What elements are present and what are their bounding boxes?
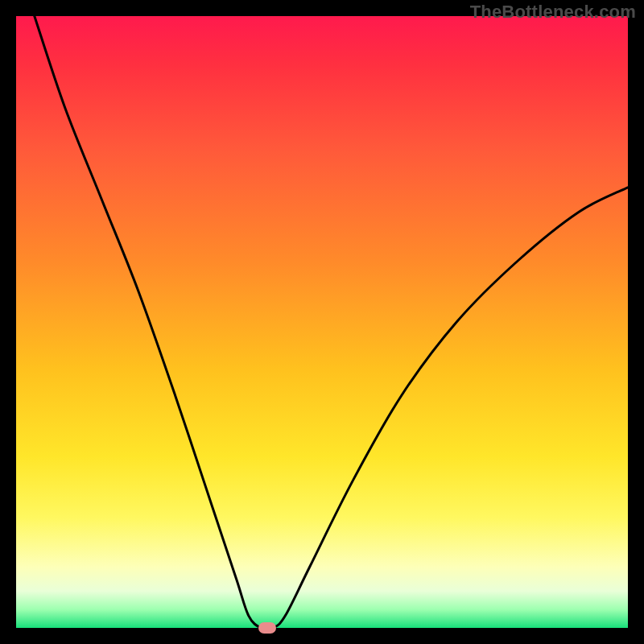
bottleneck-curve xyxy=(16,16,628,628)
curve-path xyxy=(35,16,628,628)
watermark-text: TheBottleneck.com xyxy=(470,2,636,23)
min-marker xyxy=(258,622,276,634)
chart-frame: TheBottleneck.com xyxy=(0,0,644,644)
